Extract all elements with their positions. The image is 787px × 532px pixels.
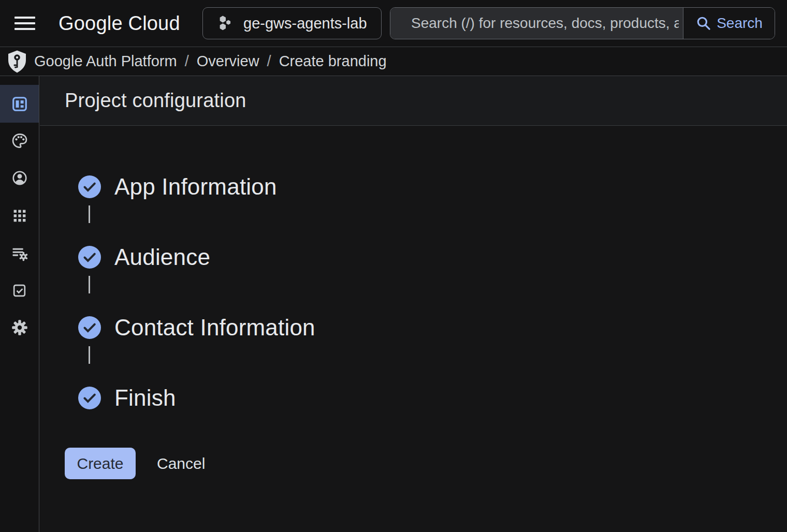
- google-cloud-logo[interactable]: Google Cloud: [59, 0, 180, 47]
- step-finish: Finish: [40, 386, 176, 410]
- left-nav-rail: [0, 76, 39, 532]
- step-connector: [89, 276, 90, 293]
- breadcrumb-current-create-branding: Create branding: [279, 53, 387, 70]
- gcp-console-window: Google Cloud ge-gws-agents-lab Search: [0, 0, 787, 532]
- breadcrumb-separator: /: [267, 53, 271, 70]
- step-label: Finish: [114, 385, 176, 411]
- step-completed-check-icon: [78, 316, 101, 339]
- sidebar-item-clients[interactable]: [0, 197, 39, 234]
- search-input[interactable]: [390, 8, 683, 39]
- global-search: Search: [390, 7, 775, 39]
- main-menu-button[interactable]: [13, 13, 36, 33]
- main-panel: Project configuration App Information Au…: [40, 76, 787, 532]
- step-connector: [89, 346, 90, 364]
- page-title: Project configuration: [65, 90, 246, 112]
- overview-dashboard-icon: [11, 96, 28, 112]
- sidebar-item-settings[interactable]: [0, 309, 39, 346]
- sidebar-item-branding[interactable]: [0, 122, 39, 159]
- breadcrumb-google-auth-platform[interactable]: Google Auth Platform: [34, 53, 177, 70]
- sidebar-item-audience[interactable]: [0, 159, 39, 197]
- form-actions: Create Cancel: [65, 448, 205, 479]
- person-circle-icon: [11, 169, 28, 187]
- auth-platform-shield-key-icon: [7, 50, 27, 73]
- search-icon: [695, 15, 712, 32]
- apps-grid-icon: [12, 208, 27, 224]
- page-header: Project configuration: [40, 76, 787, 126]
- project-selector[interactable]: ge-gws-agents-lab: [202, 7, 382, 39]
- gear-icon: [11, 319, 28, 336]
- breadcrumb-separator: /: [185, 53, 189, 70]
- checkbox-check-icon: [11, 283, 27, 299]
- project-hexagons-icon: [217, 14, 235, 32]
- create-button[interactable]: Create: [65, 448, 136, 479]
- step-completed-check-icon: [78, 387, 101, 409]
- step-audience: Audience: [40, 245, 210, 270]
- breadcrumb: Google Auth Platform / Overview / Create…: [0, 47, 787, 76]
- step-app-information: App Information: [40, 174, 277, 199]
- step-label: App Information: [114, 174, 277, 200]
- step-completed-check-icon: [78, 246, 101, 269]
- step-contact-information: Contact Information: [40, 315, 315, 340]
- cancel-button[interactable]: Cancel: [157, 455, 205, 472]
- breadcrumb-overview[interactable]: Overview: [197, 53, 259, 70]
- sidebar-item-overview[interactable]: [0, 85, 39, 123]
- step-label: Contact Information: [114, 315, 315, 341]
- step-connector: [89, 205, 90, 223]
- sidebar-item-verification[interactable]: [0, 272, 39, 309]
- list-gear-icon: [11, 245, 28, 262]
- search-button-label: Search: [717, 15, 763, 32]
- step-completed-check-icon: [78, 175, 101, 198]
- project-name: ge-gws-agents-lab: [243, 15, 367, 32]
- palette-icon: [11, 132, 28, 150]
- top-bar: Google Cloud ge-gws-agents-lab Search: [0, 0, 787, 47]
- search-button[interactable]: Search: [683, 8, 775, 39]
- sidebar-item-data-access[interactable]: [0, 235, 39, 272]
- step-label: Audience: [114, 244, 210, 270]
